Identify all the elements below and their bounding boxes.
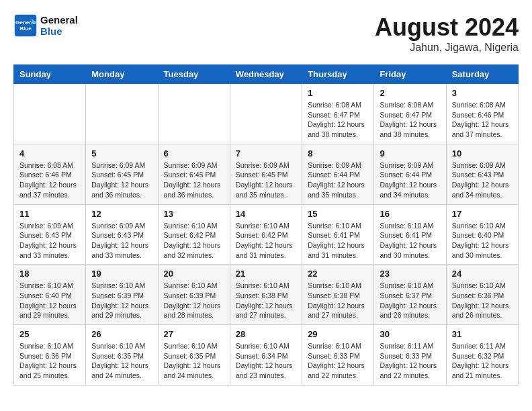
day-info: Sunrise: 6:10 AM Sunset: 6:36 PM Dayligh…: [19, 341, 80, 381]
day-info: Sunrise: 6:11 AM Sunset: 6:32 PM Dayligh…: [452, 341, 513, 381]
calendar-cell: 14Sunrise: 6:10 AM Sunset: 6:42 PM Dayli…: [230, 204, 302, 265]
day-number: 3: [452, 88, 513, 98]
calendar-cell: 3Sunrise: 6:08 AM Sunset: 6:46 PM Daylig…: [446, 84, 518, 144]
day-number: 26: [91, 329, 152, 339]
column-header-thursday: Thursday: [302, 65, 374, 84]
calendar-cell: 31Sunrise: 6:11 AM Sunset: 6:32 PM Dayli…: [446, 325, 518, 385]
calendar-cell: 27Sunrise: 6:10 AM Sunset: 6:35 PM Dayli…: [158, 325, 230, 385]
day-info: Sunrise: 6:09 AM Sunset: 6:44 PM Dayligh…: [308, 161, 368, 200]
column-header-wednesday: Wednesday: [230, 65, 302, 84]
calendar-cell: 8Sunrise: 6:09 AM Sunset: 6:44 PM Daylig…: [302, 144, 374, 204]
day-number: 28: [236, 329, 296, 339]
calendar-cell: [86, 84, 158, 144]
day-info: Sunrise: 6:11 AM Sunset: 6:33 PM Dayligh…: [380, 341, 440, 381]
logo: General Blue General Blue: [13, 13, 78, 38]
day-number: 31: [452, 329, 513, 339]
calendar-cell: 16Sunrise: 6:10 AM Sunset: 6:41 PM Dayli…: [374, 204, 446, 265]
day-info: Sunrise: 6:08 AM Sunset: 6:46 PM Dayligh…: [19, 161, 80, 200]
logo-text: General Blue: [40, 14, 78, 37]
day-number: 4: [19, 148, 80, 158]
day-number: 8: [308, 148, 368, 158]
day-info: Sunrise: 6:09 AM Sunset: 6:45 PM Dayligh…: [91, 161, 152, 200]
calendar-week-row: 4Sunrise: 6:08 AM Sunset: 6:46 PM Daylig…: [14, 144, 519, 204]
calendar-cell: 22Sunrise: 6:10 AM Sunset: 6:38 PM Dayli…: [302, 265, 374, 325]
column-header-monday: Monday: [86, 65, 158, 84]
day-number: 9: [380, 148, 440, 158]
calendar-cell: 12Sunrise: 6:09 AM Sunset: 6:43 PM Dayli…: [86, 204, 158, 265]
calendar-cell: 10Sunrise: 6:09 AM Sunset: 6:43 PM Dayli…: [446, 144, 518, 204]
day-info: Sunrise: 6:10 AM Sunset: 6:38 PM Dayligh…: [236, 281, 296, 320]
day-number: 6: [164, 148, 224, 158]
day-number: 19: [91, 269, 152, 279]
day-info: Sunrise: 6:08 AM Sunset: 6:47 PM Dayligh…: [308, 100, 368, 140]
calendar-cell: 23Sunrise: 6:10 AM Sunset: 6:37 PM Dayli…: [374, 265, 446, 325]
day-info: Sunrise: 6:09 AM Sunset: 6:43 PM Dayligh…: [19, 221, 80, 261]
calendar-cell: 15Sunrise: 6:10 AM Sunset: 6:41 PM Dayli…: [302, 204, 374, 265]
day-number: 12: [91, 209, 152, 219]
day-info: Sunrise: 6:10 AM Sunset: 6:42 PM Dayligh…: [236, 221, 296, 261]
day-info: Sunrise: 6:10 AM Sunset: 6:36 PM Dayligh…: [452, 281, 513, 320]
calendar-cell: 30Sunrise: 6:11 AM Sunset: 6:33 PM Dayli…: [374, 325, 446, 385]
calendar-cell: 2Sunrise: 6:08 AM Sunset: 6:47 PM Daylig…: [374, 84, 446, 144]
day-info: Sunrise: 6:10 AM Sunset: 6:41 PM Dayligh…: [308, 221, 368, 261]
day-number: 15: [308, 209, 368, 219]
day-info: Sunrise: 6:09 AM Sunset: 6:45 PM Dayligh…: [164, 161, 224, 200]
day-info: Sunrise: 6:09 AM Sunset: 6:43 PM Dayligh…: [452, 161, 513, 200]
title-block: August 2024 Jahun, Jigawa, Nigeria: [375, 13, 519, 54]
day-info: Sunrise: 6:10 AM Sunset: 6:35 PM Dayligh…: [164, 341, 224, 381]
column-header-sunday: Sunday: [14, 65, 86, 84]
day-number: 24: [452, 269, 513, 279]
column-header-friday: Friday: [374, 65, 446, 84]
calendar-cell: 28Sunrise: 6:10 AM Sunset: 6:34 PM Dayli…: [230, 325, 302, 385]
calendar-cell: 13Sunrise: 6:10 AM Sunset: 6:42 PM Dayli…: [158, 204, 230, 265]
calendar-week-row: 1Sunrise: 6:08 AM Sunset: 6:47 PM Daylig…: [14, 84, 519, 144]
calendar-cell: 1Sunrise: 6:08 AM Sunset: 6:47 PM Daylig…: [302, 84, 374, 144]
day-info: Sunrise: 6:10 AM Sunset: 6:40 PM Dayligh…: [452, 221, 513, 261]
day-number: 27: [164, 329, 224, 339]
day-info: Sunrise: 6:09 AM Sunset: 6:45 PM Dayligh…: [236, 161, 296, 200]
calendar-cell: 5Sunrise: 6:09 AM Sunset: 6:45 PM Daylig…: [86, 144, 158, 204]
page-header: General Blue General Blue August 2024 Ja…: [13, 13, 519, 54]
day-number: 21: [236, 269, 296, 279]
calendar-cell: 21Sunrise: 6:10 AM Sunset: 6:38 PM Dayli…: [230, 265, 302, 325]
day-info: Sunrise: 6:10 AM Sunset: 6:42 PM Dayligh…: [164, 221, 224, 261]
calendar-cell: 25Sunrise: 6:10 AM Sunset: 6:36 PM Dayli…: [14, 325, 86, 385]
calendar-cell: 19Sunrise: 6:10 AM Sunset: 6:39 PM Dayli…: [86, 265, 158, 325]
calendar-cell: 17Sunrise: 6:10 AM Sunset: 6:40 PM Dayli…: [446, 204, 518, 265]
calendar-cell: 24Sunrise: 6:10 AM Sunset: 6:36 PM Dayli…: [446, 265, 518, 325]
day-number: 30: [380, 329, 440, 339]
location-subtitle: Jahun, Jigawa, Nigeria: [375, 42, 519, 54]
day-number: 20: [164, 269, 224, 279]
day-number: 1: [308, 88, 368, 98]
day-info: Sunrise: 6:10 AM Sunset: 6:40 PM Dayligh…: [19, 281, 80, 320]
day-number: 25: [19, 329, 80, 339]
day-number: 7: [236, 148, 296, 158]
day-info: Sunrise: 6:08 AM Sunset: 6:46 PM Dayligh…: [452, 100, 513, 140]
svg-text:Blue: Blue: [19, 26, 32, 32]
day-info: Sunrise: 6:10 AM Sunset: 6:33 PM Dayligh…: [308, 341, 368, 381]
day-info: Sunrise: 6:10 AM Sunset: 6:37 PM Dayligh…: [380, 281, 440, 320]
column-header-saturday: Saturday: [446, 65, 518, 84]
day-number: 16: [380, 209, 440, 219]
calendar-cell: 20Sunrise: 6:10 AM Sunset: 6:39 PM Dayli…: [158, 265, 230, 325]
day-number: 23: [380, 269, 440, 279]
calendar-table: SundayMondayTuesdayWednesdayThursdayFrid…: [13, 64, 519, 385]
calendar-week-row: 25Sunrise: 6:10 AM Sunset: 6:36 PM Dayli…: [14, 325, 519, 385]
day-number: 18: [19, 269, 80, 279]
day-number: 17: [452, 209, 513, 219]
day-info: Sunrise: 6:10 AM Sunset: 6:34 PM Dayligh…: [236, 341, 296, 381]
day-info: Sunrise: 6:10 AM Sunset: 6:38 PM Dayligh…: [308, 281, 368, 320]
day-info: Sunrise: 6:10 AM Sunset: 6:39 PM Dayligh…: [91, 281, 152, 320]
day-info: Sunrise: 6:10 AM Sunset: 6:39 PM Dayligh…: [164, 281, 224, 320]
calendar-cell: [158, 84, 230, 144]
calendar-cell: 7Sunrise: 6:09 AM Sunset: 6:45 PM Daylig…: [230, 144, 302, 204]
day-number: 2: [380, 88, 440, 98]
day-number: 13: [164, 209, 224, 219]
day-info: Sunrise: 6:09 AM Sunset: 6:43 PM Dayligh…: [91, 221, 152, 261]
calendar-cell: [14, 84, 86, 144]
day-number: 29: [308, 329, 368, 339]
calendar-cell: 11Sunrise: 6:09 AM Sunset: 6:43 PM Dayli…: [14, 204, 86, 265]
day-number: 14: [236, 209, 296, 219]
logo-icon: General Blue: [13, 13, 38, 38]
calendar-cell: 26Sunrise: 6:10 AM Sunset: 6:35 PM Dayli…: [86, 325, 158, 385]
